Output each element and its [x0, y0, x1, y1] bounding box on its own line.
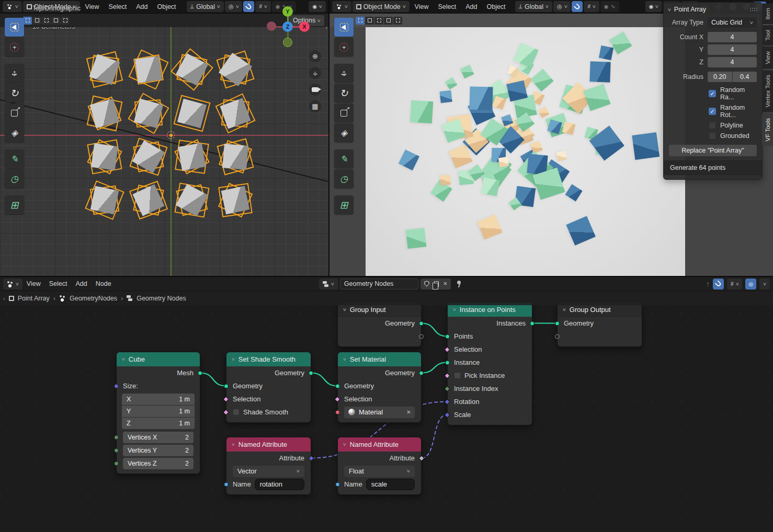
checkbox[interactable]: ✓	[709, 108, 716, 115]
pin-icon[interactable]	[456, 281, 461, 287]
menu-add[interactable]: Add	[132, 3, 152, 10]
node-cube[interactable]: ∨CubeMeshSize:X1 mY1 mZ1 mVertices X2Ver…	[116, 352, 200, 474]
node-header[interactable]: ∨Named Attribute	[226, 437, 311, 452]
orientation-dropdown[interactable]: ⟂ Global ∨	[187, 1, 224, 12]
array-type-dropdown[interactable]: Cubic Grid ∨	[708, 17, 757, 28]
breadcrumb-tree[interactable]: Geometry Nodes	[137, 295, 186, 302]
tree-type-dropdown[interactable]: ∨	[319, 279, 338, 290]
value-field[interactable]: Vertices Z2	[123, 458, 194, 469]
node-link[interactable]	[422, 323, 448, 337]
gizmo-z-ball[interactable]: Z	[282, 21, 293, 32]
socket-geometry[interactable]	[445, 360, 450, 365]
snap-toggle[interactable]	[572, 1, 583, 12]
node-header[interactable]: ∨Set Material	[338, 352, 421, 366]
editor-type-button[interactable]: ∨	[332, 1, 351, 12]
material-field[interactable]: Material×	[344, 407, 415, 418]
node-link[interactable]	[200, 373, 226, 386]
mode-dropdown[interactable]: Object Mode ∨	[353, 1, 410, 12]
checkbox[interactable]	[454, 372, 461, 379]
instanced-cube[interactable]	[174, 138, 210, 175]
socket-material[interactable]	[335, 410, 340, 414]
instanced-cube[interactable]	[86, 51, 123, 88]
node-group-output[interactable]: ∨Group OutputGeometry	[557, 302, 642, 347]
parent-tree-arrow-icon[interactable]: ↑	[706, 280, 710, 288]
breadcrumb-modifier[interactable]: GeometryNodes	[70, 295, 117, 302]
checkbox[interactable]	[709, 132, 716, 140]
node-header[interactable]: ∨Named Attribute	[338, 437, 421, 452]
instanced-cube[interactable]	[174, 182, 210, 218]
select-mode-button[interactable]	[61, 17, 70, 25]
node-set-material[interactable]: ∨Set MaterialGeometryGeometrySelectionMa…	[337, 352, 422, 423]
ortho-grid-button[interactable]: ▦	[309, 100, 321, 112]
socket-geometry[interactable]	[335, 384, 340, 388]
breadcrumb-object[interactable]: Point Array	[18, 295, 50, 302]
node-header[interactable]: ∨Set Shade Smooth	[226, 352, 311, 366]
radius-field-2[interactable]: 0.4	[733, 72, 757, 82]
node-link[interactable]	[311, 373, 338, 386]
menu-select[interactable]: Select	[104, 3, 131, 10]
instanced-cube[interactable]	[217, 51, 254, 88]
tool-transform[interactable]: ◈	[334, 123, 354, 142]
count-y-field[interactable]: 4	[708, 44, 757, 55]
node-link[interactable]	[422, 415, 447, 458]
menu-select[interactable]: Select	[434, 3, 460, 10]
fake-user-icon[interactable]	[424, 281, 429, 287]
select-mode-button[interactable]	[365, 17, 374, 25]
snap-target-dropdown[interactable]: # ∨	[584, 1, 599, 12]
tool-rotate[interactable]: ↻	[5, 84, 24, 102]
node-overlays-toggle[interactable]: ◎	[745, 279, 756, 290]
new-copy-icon[interactable]	[434, 281, 439, 287]
pivot-dropdown[interactable]: ◎ ∨	[225, 1, 242, 12]
panel-grip-icon[interactable]	[749, 7, 758, 11]
menu-object[interactable]: Object	[153, 3, 180, 10]
select-mode-button[interactable]	[42, 17, 51, 25]
tool-annotate[interactable]: ✎	[334, 149, 354, 168]
socket-geometry[interactable]	[530, 321, 535, 326]
tool-add-cube[interactable]: ⊞	[334, 195, 354, 214]
select-mode-button[interactable]	[384, 17, 393, 25]
menu-view[interactable]: View	[22, 280, 45, 287]
select-mode-button[interactable]	[356, 17, 365, 25]
socket-geometry[interactable]	[445, 334, 450, 339]
panel-header[interactable]: ∨ Point Array	[664, 3, 762, 16]
radius-field-1[interactable]: 0.20	[708, 72, 732, 82]
visibility-dropdown[interactable]: ◉ ∨	[309, 1, 326, 12]
checkbox[interactable]: ✓	[709, 90, 716, 97]
virtual-socket[interactable]	[555, 334, 560, 339]
tool-cursor[interactable]: +	[334, 38, 354, 56]
instanced-cube[interactable]	[130, 95, 167, 132]
instanced-cube[interactable]	[174, 95, 210, 132]
menu-add[interactable]: Add	[461, 3, 481, 10]
node-header[interactable]: ∨Cube	[117, 352, 200, 366]
socket-geometry[interactable]	[224, 384, 229, 388]
name-input[interactable]: rotation	[255, 479, 304, 490]
menu-object[interactable]: Object	[482, 3, 509, 10]
camera-view-button[interactable]	[309, 84, 321, 96]
socket-vector[interactable]	[114, 384, 119, 388]
checkbox[interactable]	[233, 409, 240, 415]
node-group-input[interactable]: ∨Group InputGeometry	[337, 302, 422, 347]
node-canvas[interactable]: › Point Array › GeometryNodes › Geometry…	[0, 291, 773, 531]
editor-type-button[interactable]: ∨	[3, 279, 22, 290]
node-named-attribute-scale[interactable]: ∨Named AttributeAttributeFloat∨Namescale	[337, 437, 422, 495]
node-link[interactable]	[422, 363, 448, 373]
gizmo-x-neg-ball[interactable]	[267, 21, 276, 31]
checkbox[interactable]	[709, 122, 716, 129]
instanced-cube[interactable]	[217, 138, 254, 175]
sidebar-tab-item[interactable]: Item	[762, 3, 773, 24]
socket-int[interactable]	[114, 435, 119, 440]
tool-measure[interactable]: ◷	[334, 169, 354, 188]
sidebar-tab-tool[interactable]: Tool	[762, 25, 773, 45]
gizmo-x-ball[interactable]: X	[299, 21, 310, 32]
instanced-cube[interactable]	[217, 95, 254, 132]
socket-geometry[interactable]	[555, 321, 560, 326]
instanced-cube[interactable]	[86, 95, 123, 132]
tool-annotate[interactable]: ✎	[5, 149, 24, 168]
node-snap-toggle[interactable]	[713, 279, 724, 290]
gizmo-y-ball[interactable]: Y	[282, 6, 293, 17]
visibility-dropdown[interactable]: ◉ ∨	[645, 1, 663, 12]
select-mode-button[interactable]	[51, 17, 60, 25]
sidebar-tab-vertex-tools[interactable]: Vertex Tools	[762, 70, 773, 112]
tool-add-cube[interactable]: ⊞	[5, 195, 24, 214]
menu-node[interactable]: Node	[92, 280, 116, 287]
